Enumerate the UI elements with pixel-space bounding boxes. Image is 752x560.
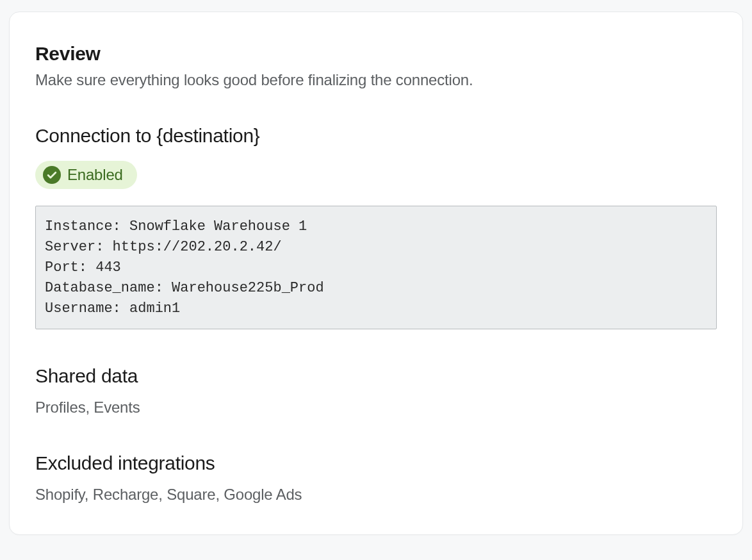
- review-card: Review Make sure everything looks good b…: [9, 12, 743, 535]
- excluded-integrations-list: Shopify, Recharge, Square, Google Ads: [35, 486, 717, 504]
- page-title: Review: [35, 43, 717, 65]
- page-subtitle: Make sure everything looks good before f…: [35, 71, 717, 89]
- check-circle-icon: [43, 166, 61, 184]
- shared-data-list: Profiles, Events: [35, 399, 717, 416]
- excluded-integrations-heading: Excluded integrations: [35, 452, 717, 474]
- shared-data-heading: Shared data: [35, 365, 717, 387]
- status-badge: Enabled: [35, 161, 137, 189]
- connection-heading: Connection to {destination}: [35, 125, 717, 147]
- connection-details-code: Instance: Snowflake Warehouse 1 Server: …: [35, 206, 717, 329]
- svg-point-0: [43, 166, 61, 184]
- status-badge-label: Enabled: [67, 166, 123, 184]
